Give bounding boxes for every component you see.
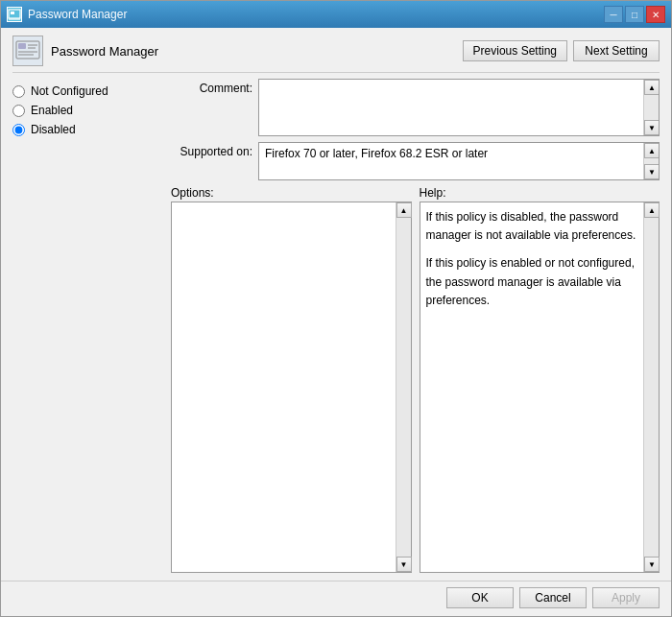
help-scrollbar[interactable]: ▲ ▼ [643,202,659,572]
help-text-1: If this policy is disabled, the password… [426,208,640,245]
supported-box: Firefox 70 or later, Firefox 68.2 ESR or… [258,142,660,180]
supported-scroll-down[interactable]: ▼ [644,164,660,179]
title-bar-controls: ─ □ ✕ [604,6,665,23]
options-panel: Options: ▲ ▼ [171,186,412,573]
supported-value: Firefox 70 or later, Firefox 68.2 ESR or… [259,143,659,164]
radio-not-configured-input[interactable] [12,85,25,98]
policy-icon [12,36,43,66]
title-bar: Password Manager ─ □ ✕ [1,1,671,28]
radio-not-configured-label: Not Configured [31,84,108,98]
svg-rect-1 [11,12,14,14]
help-scroll-up[interactable]: ▲ [644,202,660,218]
supported-row: Supported on: Firefox 70 or later, Firef… [171,142,660,180]
main-window: Password Manager ─ □ ✕ [0,0,672,617]
header-left: Password Manager [12,36,158,66]
next-setting-button[interactable]: Next Setting [573,40,660,61]
radio-enabled[interactable]: Enabled [12,104,161,117]
policy-name: Password Manager [51,44,158,59]
supported-label: Supported on: [171,142,252,158]
window-icon [7,7,22,22]
header-buttons: Previous Setting Next Setting [463,40,660,61]
comment-field: ▲ ▼ [258,79,660,136]
help-box: If this policy is disabled, the password… [420,202,660,573]
comment-label: Comment: [171,79,252,95]
maximize-button[interactable]: □ [625,6,644,23]
comment-scroll-down[interactable]: ▼ [644,120,660,135]
supported-scrollbar[interactable]: ▲ ▼ [643,143,659,179]
svg-rect-4 [18,43,26,49]
right-panel: Comment: ▲ ▼ Support [171,79,660,573]
ok-button[interactable]: OK [446,587,514,608]
apply-button[interactable]: Apply [592,587,660,608]
help-scroll-track [644,218,659,557]
help-label: Help: [420,186,660,200]
help-panel: Help: If this policy is disabled, the pa… [420,186,660,573]
comment-scroll-track [644,95,659,120]
options-scroll-up[interactable]: ▲ [396,202,412,218]
minimize-button[interactable]: ─ [604,6,623,23]
bottom-bar: OK Cancel Apply [1,581,671,616]
left-panel: Not Configured Enabled Disabled [12,79,161,573]
radio-disabled-label: Disabled [31,123,76,136]
comment-textarea[interactable] [259,80,641,122]
radio-group: Not Configured Enabled Disabled [12,79,161,142]
comment-scrollbar[interactable]: ▲ ▼ [643,80,659,135]
radio-disabled[interactable]: Disabled [12,123,161,136]
options-label: Options: [171,186,412,200]
comment-row: Comment: ▲ ▼ [171,79,660,136]
supported-scroll-up[interactable]: ▲ [644,143,660,158]
options-scrollbar[interactable]: ▲ ▼ [396,202,411,572]
cancel-button[interactable]: Cancel [519,587,587,608]
comment-box: ▲ ▼ [258,79,660,136]
options-scroll-track [396,218,411,557]
radio-not-configured[interactable]: Not Configured [12,84,161,98]
header-row: Password Manager Previous Setting Next S… [12,36,660,73]
main-body: Not Configured Enabled Disabled Com [12,79,660,573]
help-text: If this policy is disabled, the password… [420,202,660,316]
options-box: ▲ ▼ [171,202,412,573]
radio-enabled-label: Enabled [31,104,73,117]
options-scroll-down[interactable]: ▼ [396,557,412,572]
window-title: Password Manager [28,8,127,21]
content-area: Password Manager Previous Setting Next S… [1,28,671,581]
comment-scroll-up[interactable]: ▲ [644,80,660,95]
radio-disabled-input[interactable] [12,124,25,136]
help-scroll-down[interactable]: ▼ [644,557,660,572]
previous-setting-button[interactable]: Previous Setting [463,40,567,61]
help-text-2: If this policy is enabled or not configu… [426,254,640,310]
supported-field: Firefox 70 or later, Firefox 68.2 ESR or… [258,142,660,180]
close-button[interactable]: ✕ [646,6,665,23]
radio-enabled-input[interactable] [12,105,25,117]
options-help-area: Options: ▲ ▼ Help: [171,186,660,573]
title-bar-left: Password Manager [7,7,127,22]
